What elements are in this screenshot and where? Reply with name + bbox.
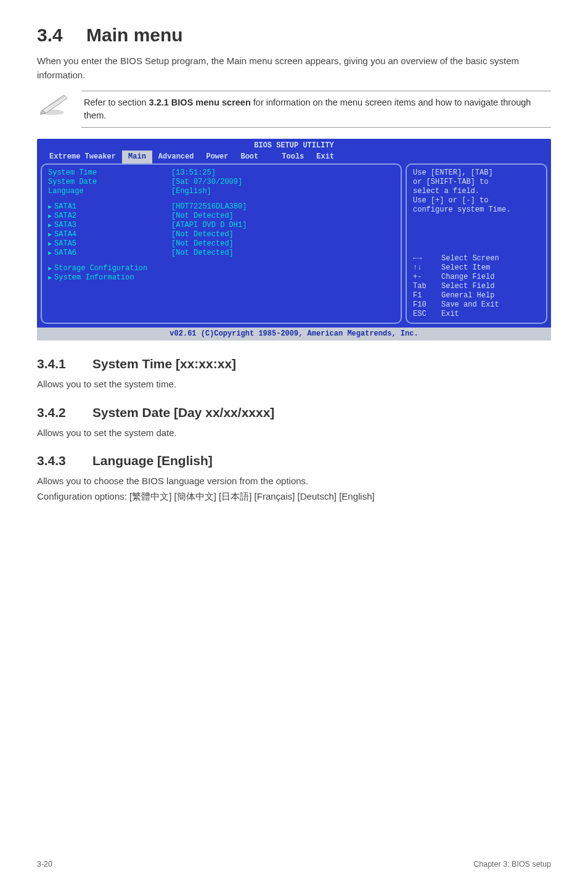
bios-key-row: ESCExit bbox=[413, 310, 540, 319]
section-343-body2: Configuration options: [繁體中文] [簡体中文] [日本… bbox=[37, 490, 551, 504]
bios-row-sata3: SATA3[ATAPI DVD D DH1] bbox=[48, 221, 394, 230]
section-number: 3.4.1 bbox=[37, 357, 92, 371]
bios-tab-tools: Tools bbox=[276, 151, 310, 163]
bios-row-sata4: SATA4[Not Detected] bbox=[48, 230, 394, 239]
section-343-heading: 3.4.3Language [English] bbox=[37, 453, 551, 468]
section-342-body: Allows you to set the system date. bbox=[37, 426, 551, 440]
bios-key-row: F1General Help bbox=[413, 291, 540, 300]
bios-row-sata2: SATA2[Not Detected] bbox=[48, 212, 394, 221]
bios-row-sata1: SATA1[HDT722516DLA380] bbox=[48, 202, 394, 212]
section-number: 3.4.2 bbox=[37, 405, 92, 420]
section-342-heading: 3.4.2System Date [Day xx/xx/xxxx] bbox=[37, 405, 551, 420]
note-text: Refer to section 3.2.1 BIOS menu screen … bbox=[81, 91, 551, 128]
bios-help-line: Use [ENTER], [TAB] bbox=[413, 168, 540, 178]
bios-tab-boot: Boot bbox=[234, 151, 264, 163]
bios-screenshot: BIOS SETUP UTILITY Extreme Tweaker Main … bbox=[37, 139, 551, 340]
bios-row-system-time: System Time[13:51:25] bbox=[48, 168, 394, 178]
bios-key-row: ←→Select Screen bbox=[413, 254, 540, 263]
bios-key-row: F10Save and Exit bbox=[413, 300, 540, 310]
section-title: System Time [xx:xx:xx] bbox=[92, 357, 236, 371]
bios-help-line: configure system Time. bbox=[413, 205, 540, 215]
note-pre: Refer to section bbox=[84, 97, 149, 107]
bios-copyright-footer: v02.61 (C)Copyright 1985-2009, American … bbox=[37, 328, 551, 340]
bios-tab-extreme-tweaker: Extreme Tweaker bbox=[43, 151, 122, 163]
bios-help-line: or [SHIFT-TAB] to bbox=[413, 178, 540, 187]
section-343-body1: Allows you to choose the BIOS language v… bbox=[37, 474, 551, 489]
bios-tab-exit: Exit bbox=[310, 151, 340, 163]
bios-key-row: +-Change Field bbox=[413, 273, 540, 282]
heading-number: 3.4 bbox=[37, 25, 86, 46]
intro-paragraph: When you enter the BIOS Setup program, t… bbox=[37, 54, 551, 82]
note-callout: Refer to section 3.2.1 BIOS menu screen … bbox=[37, 91, 551, 128]
section-number: 3.4.3 bbox=[37, 453, 92, 468]
bios-row-system-info: System Information bbox=[48, 273, 394, 283]
bios-help-top: Use [ENTER], [TAB] or [SHIFT-TAB] to sel… bbox=[413, 168, 540, 215]
bios-title: BIOS SETUP UTILITY bbox=[37, 139, 551, 151]
bios-tab-bar: Extreme Tweaker Main Advanced Power Boot… bbox=[37, 151, 551, 163]
heading-title: Main menu bbox=[86, 25, 183, 45]
note-bold: 3.2.1 BIOS menu screen bbox=[149, 97, 251, 107]
bios-key-row: ↑↓Select Item bbox=[413, 263, 540, 273]
bios-row-system-date: System Date[Sat 07/30/2009] bbox=[48, 178, 394, 187]
bios-help-line: select a field. bbox=[413, 187, 540, 196]
bios-row-sata6: SATA6[Not Detected] bbox=[48, 249, 394, 258]
bios-help-line: Use [+] or [-] to bbox=[413, 196, 540, 205]
bios-tab-power: Power bbox=[200, 151, 234, 163]
section-341-heading: 3.4.1System Time [xx:xx:xx] bbox=[37, 357, 551, 371]
bios-left-panel: System Time[13:51:25] System Date[Sat 07… bbox=[41, 163, 402, 324]
page-heading: 3.4Main menu bbox=[37, 25, 551, 46]
section-341-body: Allows you to set the system time. bbox=[37, 377, 551, 392]
bios-key-help: ←→Select Screen ↑↓Select Item +-Change F… bbox=[413, 254, 540, 319]
bios-right-panel: Use [ENTER], [TAB] or [SHIFT-TAB] to sel… bbox=[406, 163, 547, 324]
bios-tab-main: Main bbox=[122, 151, 152, 163]
bios-row-sata5: SATA5[Not Detected] bbox=[48, 239, 394, 249]
bios-key-row: TabSelect Field bbox=[413, 282, 540, 291]
section-title: System Date [Day xx/xx/xxxx] bbox=[92, 405, 274, 419]
pencil-note-icon bbox=[37, 91, 71, 119]
bios-row-storage-config: Storage Configuration bbox=[48, 264, 394, 273]
bios-tab-advanced: Advanced bbox=[152, 151, 200, 163]
section-title: Language [English] bbox=[92, 453, 213, 468]
bios-row-language: Language[English] bbox=[48, 187, 394, 196]
